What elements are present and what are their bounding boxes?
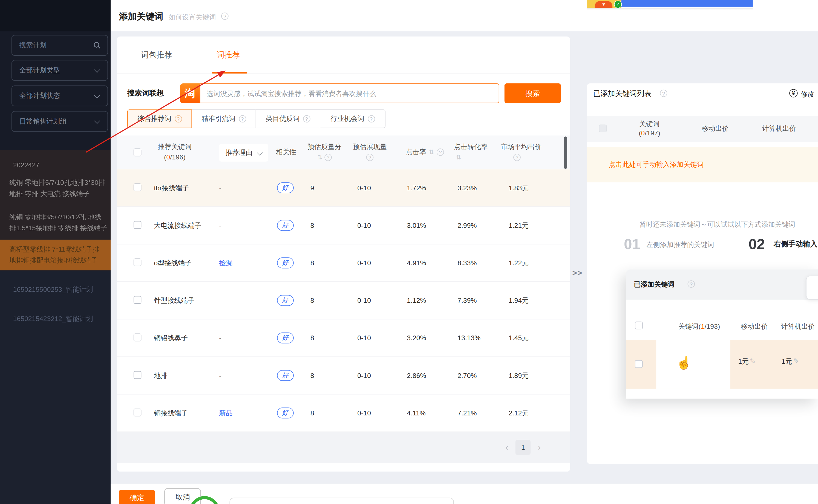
- row-checkbox[interactable]: [133, 408, 141, 416]
- relevance-badge: 好: [277, 220, 294, 231]
- modify-bid-button[interactable]: 修改: [801, 90, 814, 99]
- panel-expander-button[interactable]: >>: [572, 268, 582, 277]
- mobile-bid-value: 1元✎: [738, 357, 756, 366]
- col-keyword: 关键词 (0/197): [624, 119, 676, 138]
- row-checkbox[interactable]: [133, 183, 141, 191]
- step-2-number: 02: [749, 236, 765, 253]
- table-row[interactable]: 地排 - 好 8 0-10 2.86% 2.70% 1.89元: [117, 357, 570, 394]
- chip-category-quality[interactable]: 类目优质词 ?: [256, 109, 320, 128]
- heart-icon: ♥: [594, 2, 612, 7]
- verified-check-icon: ✓: [614, 1, 622, 8]
- popover-action-button[interactable]: [806, 276, 818, 300]
- reason-link[interactable]: 新品: [219, 408, 266, 418]
- sidebar-top-strip: [0, 0, 111, 31]
- currency-icon: ¥: [789, 89, 797, 97]
- row-checkbox[interactable]: [133, 371, 141, 379]
- manual-add-row[interactable]: 点击此处可手动输入添加关键词: [587, 147, 818, 182]
- col-quality-score: 预估质量分 ⇅ ?: [306, 142, 343, 162]
- reason-link[interactable]: 捡漏: [219, 258, 266, 267]
- manual-add-link[interactable]: 点击此处可手动输入添加关键词: [609, 147, 704, 182]
- reason-filter-dropdown[interactable]: 推荐理由: [219, 144, 268, 162]
- sort-icon[interactable]: ⇅: [456, 154, 461, 161]
- tab-word-recommend[interactable]: 词推荐: [217, 50, 240, 60]
- empty-state-text: 暂时还未添加关键词～可以试试以下方式添加关键词: [624, 220, 811, 229]
- col-relevance: 相关性: [276, 147, 296, 157]
- table-row[interactable]: 大电流接线端子 - 好 8 0-10 3.01% 2.99% 1.21元: [117, 207, 570, 244]
- cancel-button[interactable]: 取消: [164, 488, 201, 504]
- pc-bid-value: 1元✎: [782, 357, 799, 366]
- select-all-checkbox[interactable]: [635, 322, 643, 330]
- search-button[interactable]: 搜索: [504, 83, 561, 103]
- sidebar-item-plan[interactable]: 2022427: [13, 159, 115, 170]
- select-all-checkbox-disabled: [599, 124, 607, 132]
- plan-status-select[interactable]: 全部计划状态: [11, 86, 108, 106]
- table-row[interactable]: tbr接线端子 - 好 9 0-10 1.72% 3.23% 1.83元: [117, 169, 570, 207]
- col-cvr: 点击转化率 ⇅: [454, 142, 488, 162]
- sidebar-item-plan-active[interactable]: 高桥型零线排 7*11零线端子排 地排铜排配电箱接地接线端子: [0, 240, 111, 270]
- help-icon[interactable]: ?: [688, 280, 695, 288]
- row-checkbox[interactable]: [133, 258, 141, 266]
- row-checkbox[interactable]: [133, 296, 141, 304]
- edit-icon[interactable]: ✎: [793, 357, 799, 365]
- modal-footer: 确定 取消: [111, 483, 818, 504]
- chip-industry-opportunity[interactable]: 行业机会词 ?: [320, 109, 385, 128]
- help-icon[interactable]: ?: [303, 115, 310, 123]
- select-all-checkbox[interactable]: [133, 148, 141, 156]
- col-mobile-bid: 移动出价: [741, 322, 768, 331]
- table-row[interactable]: 铜铝线鼻子 - 好 8 0-10 3.20% 13.13% 1.45元: [117, 319, 570, 357]
- table-row[interactable]: o型接线端子 捡漏 好 8 0-10 4.91% 8.33% 1.22元: [117, 244, 570, 282]
- step-1-number: 01: [624, 236, 640, 253]
- sidebar-item-plan[interactable]: 纯铜 零地排5/7/10孔地排3*30排 地排 零排 大电流 接线端子: [9, 177, 111, 199]
- next-page-button[interactable]: ›: [538, 443, 541, 452]
- table-row[interactable]: 铜接线端子 新品 好 8 0-10 4.11% 7.21% 2.12元: [117, 395, 570, 432]
- edit-icon[interactable]: ✎: [750, 357, 756, 365]
- chevron-down-icon: [94, 92, 100, 98]
- sidebar-item-plan[interactable]: 纯铜 零地排3/5/7/10/12孔 地线 排1.5*15接地排 零线排 接线端…: [9, 212, 111, 234]
- step-2-text: 右侧手动输入: [774, 240, 817, 249]
- row-checkbox[interactable]: [133, 333, 141, 341]
- plan-type-select[interactable]: 全部计划类型: [11, 60, 108, 81]
- plan-search-field[interactable]: 搜索计划: [11, 35, 108, 56]
- page-number[interactable]: 1: [515, 440, 530, 455]
- sidebar-item-plan[interactable]: 1650215423212_智能计划: [13, 313, 115, 324]
- help-icon[interactable]: ?: [513, 154, 521, 161]
- col-recommend-keyword: 推荐关键词 (0/196): [145, 142, 204, 162]
- col-impressions: 预估展现量 ?: [350, 142, 390, 162]
- row-checkbox[interactable]: [635, 360, 643, 368]
- help-icon[interactable]: ?: [174, 115, 182, 123]
- help-icon[interactable]: ?: [437, 148, 444, 156]
- table-row[interactable]: 针型接线端子 - 好 8 0-10 1.12% 7.39% 1.94元: [117, 282, 570, 319]
- row-checkbox[interactable]: [133, 221, 141, 229]
- help-icon[interactable]: ?: [221, 13, 229, 20]
- chip-comprehensive[interactable]: 综合推荐词 ?: [127, 109, 192, 128]
- cursor-hand-icon: ☝: [676, 356, 692, 370]
- help-icon[interactable]: ?: [239, 115, 246, 123]
- plan-group-select[interactable]: 日常销售计划组: [11, 111, 108, 132]
- tab-word-package[interactable]: 词包推荐: [141, 50, 172, 60]
- keyword-search-input[interactable]: [200, 83, 499, 103]
- chip-precise-traffic[interactable]: 精准引流词 ?: [191, 109, 256, 128]
- added-keyword-row[interactable]: ☝ 1元✎ 1元✎: [626, 340, 818, 389]
- help-icon[interactable]: ?: [660, 90, 668, 97]
- step-1-text: 左侧添加推荐的关键词: [646, 240, 714, 249]
- pagination: ‹ 1 ›: [506, 440, 541, 455]
- plan-type-value: 全部计划类型: [19, 66, 60, 74]
- help-icon[interactable]: ?: [366, 154, 374, 161]
- sort-icon[interactable]: ⇅: [429, 148, 434, 156]
- setup-help-link[interactable]: 如何设置关键词: [168, 13, 216, 22]
- active-tab-underline: [212, 72, 248, 74]
- sidebar-item-plan[interactable]: 1650215500253_智能计划: [13, 284, 115, 295]
- plan-search-placeholder: 搜索计划: [19, 41, 47, 49]
- relevance-badge: 好: [277, 370, 294, 381]
- scrollbar-thumb[interactable]: [564, 136, 567, 169]
- keyword-cell[interactable]: [656, 340, 730, 389]
- col-ctr: 点击率 ⇅ ?: [406, 147, 444, 157]
- help-icon[interactable]: ?: [367, 115, 375, 123]
- col-mobile-bid: 移动出价: [702, 124, 729, 133]
- topbar-blue-banner: [622, 0, 753, 7]
- confirm-button[interactable]: 确定: [119, 490, 155, 504]
- help-icon[interactable]: ?: [324, 154, 332, 161]
- sort-icon[interactable]: ⇅: [317, 154, 323, 161]
- prev-page-button[interactable]: ‹: [506, 443, 508, 452]
- popover-title: 已添加关键词: [634, 280, 675, 289]
